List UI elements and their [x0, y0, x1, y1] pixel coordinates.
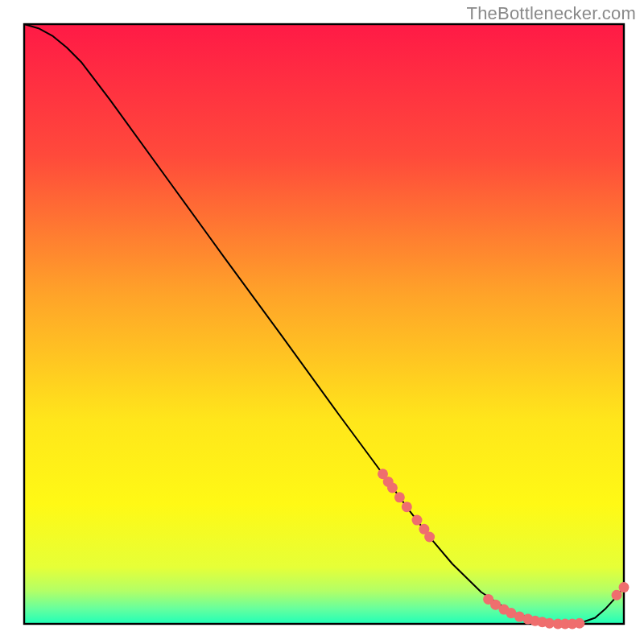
- scatter-point: [402, 502, 412, 512]
- scatter-point: [387, 482, 398, 493]
- scatter-point: [424, 531, 435, 542]
- scatter-point: [612, 590, 622, 601]
- scatter-point: [394, 492, 405, 502]
- chart-canvas: [0, 0, 644, 644]
- scatter-point: [619, 582, 630, 592]
- scatter-point: [411, 515, 422, 526]
- scatter-point: [574, 618, 584, 629]
- chart-root: TheBottlenecker.com: [0, 0, 644, 644]
- plot-background: [24, 24, 624, 624]
